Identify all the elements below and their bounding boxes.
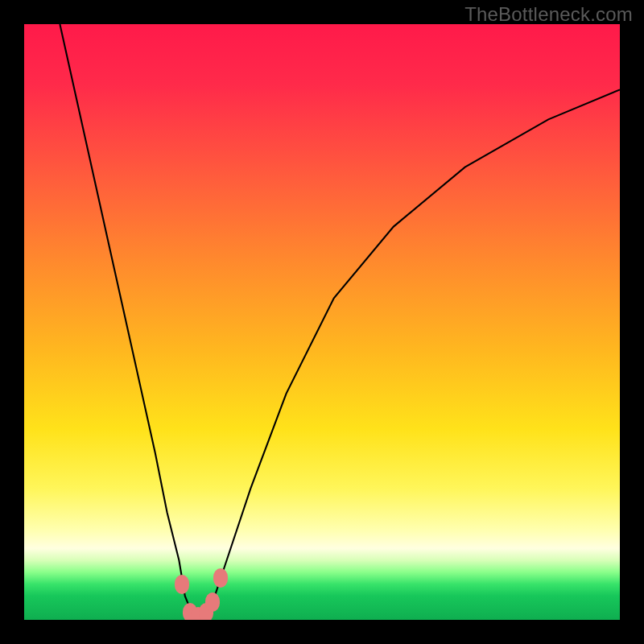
markers-layer [24,24,620,620]
data-marker [175,575,189,594]
watermark: TheBottleneck.com [464,3,633,26]
chart-frame: TheBottleneck.com [0,0,644,644]
plot-area [24,24,620,620]
data-marker [213,568,228,588]
data-marker [205,592,220,612]
